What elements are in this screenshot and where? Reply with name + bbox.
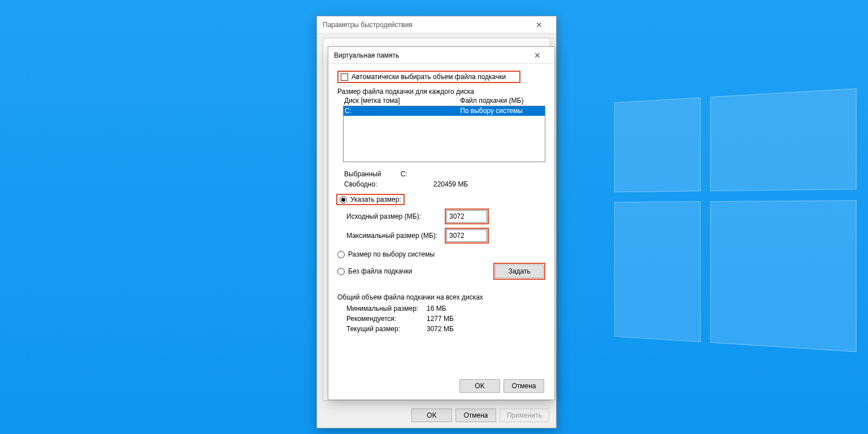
rec-value: 1277 МБ [427, 315, 545, 323]
totals-caption: Общий объем файла подкачки на всех диска… [337, 289, 545, 302]
cur-value: 3072 МБ [427, 325, 545, 333]
drive-row-value: По выбору системы [460, 106, 544, 116]
radio-icon[interactable] [337, 251, 345, 258]
rec-label: Рекомендуется: [337, 315, 427, 323]
selected-drive-value: C: [401, 170, 545, 178]
max-size-input[interactable] [446, 229, 487, 242]
radio-icon[interactable] [337, 268, 345, 275]
vm-cancel-button[interactable]: Отмена [504, 379, 544, 393]
windows-logo [614, 89, 845, 340]
performance-options-titlebar[interactable]: Параметры быстродействия ✕ [317, 16, 556, 33]
auto-manage-label: Автоматически выбирать объем файла подка… [351, 73, 506, 81]
initial-size-input[interactable] [446, 210, 487, 223]
vm-ok-button[interactable]: OK [459, 379, 500, 393]
close-icon[interactable]: ✕ [527, 16, 552, 33]
initial-size-label: Исходный размер (МБ): [337, 212, 445, 220]
radio-none-label: Без файла подкачки [348, 267, 412, 275]
drive-list[interactable]: C: По выбору системы [343, 106, 545, 162]
performance-options-title: Параметры быстродействия [323, 16, 413, 33]
radio-custom-size[interactable]: Указать размер: [337, 195, 403, 204]
drive-row-drive: C: [345, 106, 460, 116]
radio-custom-label: Указать размер: [350, 196, 401, 203]
auto-manage-checkbox-row[interactable]: Автоматически выбирать объем файла подка… [337, 71, 520, 83]
selected-drive-label: Выбранный [344, 170, 401, 178]
vm-title: Виртуальная память [334, 47, 399, 64]
per-drive-caption: Размер файла подкачки для каждого диска [337, 83, 545, 97]
radio-system-managed[interactable]: Размер по выбору системы [337, 250, 545, 258]
cur-label: Текущий размер: [337, 325, 427, 333]
col-pagefile: Файл подкачки (МБ) [460, 97, 544, 105]
perf-ok-button[interactable]: OK [411, 409, 452, 422]
checkbox-icon[interactable] [341, 73, 348, 81]
min-value: 16 МБ [427, 305, 545, 313]
perf-cancel-button[interactable]: Отмена [455, 409, 496, 422]
max-size-label: Максимальный размер (МБ): [337, 232, 445, 240]
free-label: Свободно: [344, 180, 433, 188]
close-icon[interactable]: ✕ [525, 47, 550, 64]
min-label: Минимальный размер: [337, 305, 427, 313]
drive-row[interactable]: C: По выбору системы [344, 106, 545, 116]
radio-icon[interactable] [340, 196, 347, 203]
free-value: 220459 МБ [433, 180, 545, 188]
drive-list-headers: Диск [метка тома] Файл подкачки (МБ) [337, 97, 545, 106]
radio-system-label: Размер по выбору системы [348, 250, 435, 258]
col-drive: Диск [метка тома] [344, 97, 460, 105]
set-button[interactable]: Задать [495, 264, 544, 278]
vm-titlebar[interactable]: Виртуальная память ✕ [328, 47, 554, 64]
virtual-memory-dialog: Виртуальная память ✕ Автоматически выбир… [328, 46, 555, 400]
perf-apply-button: Применить [500, 409, 549, 422]
radio-no-pagefile[interactable]: Без файла подкачки [337, 267, 412, 275]
